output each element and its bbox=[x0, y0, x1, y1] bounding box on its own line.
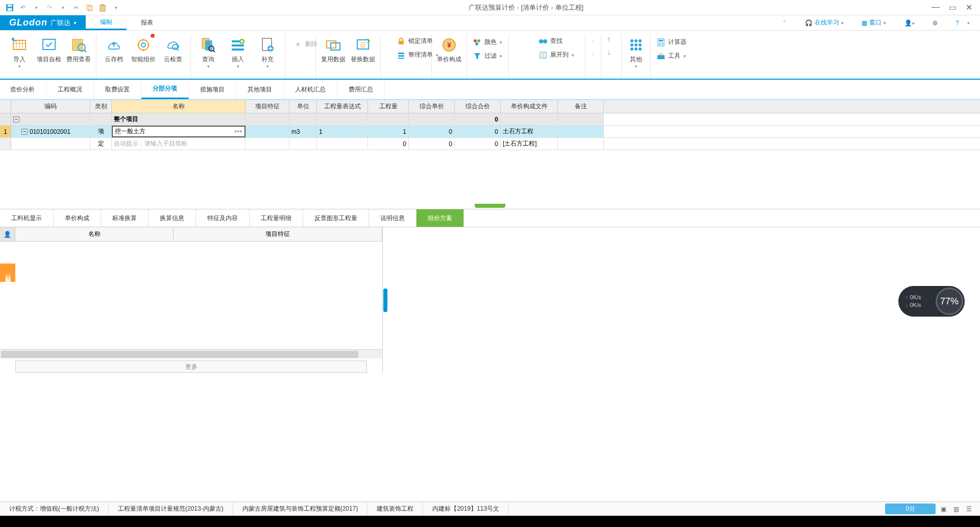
smartprice-button[interactable]: 智能组价 bbox=[129, 35, 158, 64]
col-totalprice[interactable]: 综合合价 bbox=[455, 100, 501, 113]
more-button[interactable]: 更多 bbox=[15, 361, 367, 373]
cell-name-editing[interactable]: 挖一般土方••• bbox=[112, 126, 246, 137]
tab-measure-items[interactable]: 措施项目 bbox=[189, 80, 236, 99]
splitter-handle[interactable] bbox=[475, 204, 505, 208]
supplement-button[interactable]: 补充▾ bbox=[253, 35, 282, 70]
cell-unitprice[interactable]: 0 bbox=[409, 126, 455, 137]
status-score[interactable]: 0分 bbox=[885, 504, 936, 514]
status-spec[interactable]: 工程量清单项目计量规范(2013-内蒙古) bbox=[109, 502, 233, 516]
ltab-convert[interactable]: 换算信息 bbox=[149, 209, 196, 227]
col-quantity[interactable]: 工程量 bbox=[368, 100, 409, 113]
ellipsis-button[interactable]: ••• bbox=[234, 128, 242, 135]
menu-report[interactable]: 报表 bbox=[127, 15, 167, 30]
arrow-down-button[interactable]: ↓ bbox=[589, 49, 598, 58]
copydata-button[interactable]: 复用数据 bbox=[319, 35, 348, 64]
tab-cost-analysis[interactable]: 造价分析 bbox=[0, 80, 46, 99]
brand-dropdown[interactable]: ▾ bbox=[74, 20, 77, 26]
selfcheck-button[interactable]: 项目自检 bbox=[35, 35, 63, 70]
lower-col-name[interactable]: 名称 bbox=[15, 227, 174, 241]
collapse-icon[interactable]: ⌃ bbox=[782, 19, 787, 27]
find-button[interactable]: 查找 bbox=[536, 36, 577, 46]
lower-col-person-icon[interactable]: 👤 bbox=[0, 227, 15, 241]
tab-other-items[interactable]: 其他项目 bbox=[236, 80, 284, 99]
col-expression[interactable]: 工程量表达式 bbox=[317, 100, 368, 113]
speed-widget[interactable]: 0K/s 0K/s 77% bbox=[898, 286, 965, 317]
replacedata-button[interactable]: 替换数据 bbox=[349, 35, 377, 64]
lock-list-button[interactable]: 锁定清单 bbox=[394, 36, 442, 46]
tab-rmm-summary[interactable]: 人材机汇总 bbox=[284, 80, 337, 99]
cut-icon[interactable]: ✂ bbox=[71, 3, 81, 12]
save-icon[interactable] bbox=[5, 3, 14, 12]
ltab-detail[interactable]: 工程量明细 bbox=[250, 209, 303, 227]
grid-row-root[interactable]: − 整个项目 0 bbox=[0, 113, 980, 126]
col-name[interactable]: 名称 bbox=[112, 100, 246, 113]
status-icon-1[interactable]: ▣ bbox=[941, 506, 946, 513]
collapse-toggle[interactable]: − bbox=[13, 116, 19, 123]
cell-unit[interactable]: m3 bbox=[289, 126, 317, 137]
tab-fee-settings[interactable]: 取费设置 bbox=[94, 80, 141, 99]
ltab-unitcomp[interactable]: 单价构成 bbox=[54, 209, 101, 227]
undo-dropdown[interactable]: ▾ bbox=[32, 3, 41, 12]
filter-button[interactable]: 过滤▾ bbox=[470, 51, 505, 61]
status-doc[interactable]: 内建标【2019】113号文 bbox=[423, 502, 509, 516]
status-icon-2[interactable]: ▥ bbox=[953, 506, 959, 513]
lower-right-pane[interactable] bbox=[388, 227, 980, 373]
cell-category[interactable]: 定 bbox=[90, 138, 112, 150]
vsplitter-handle[interactable] bbox=[383, 289, 387, 312]
minimize-button[interactable]: — bbox=[932, 3, 940, 12]
lower-col-feature[interactable]: 项目特征 bbox=[174, 227, 382, 241]
menu-compile[interactable]: 编制 bbox=[86, 15, 127, 30]
scrollbar-thumb[interactable] bbox=[1, 351, 358, 358]
redo-icon[interactable]: ↷ bbox=[45, 3, 54, 12]
tools-button[interactable]: 工具▾ bbox=[654, 51, 690, 61]
cell-root-totalprice[interactable]: 0 bbox=[455, 113, 501, 125]
collapse-toggle[interactable]: − bbox=[21, 129, 28, 135]
insert-button[interactable]: 插入▾ bbox=[224, 35, 252, 70]
cloudsave-button[interactable]: 云存档 bbox=[100, 35, 128, 64]
lower-grid-body[interactable] bbox=[15, 242, 382, 349]
col-unit[interactable]: 单位 bbox=[289, 100, 317, 113]
horizontal-scrollbar[interactable] bbox=[0, 349, 382, 358]
redo-dropdown[interactable]: ▾ bbox=[58, 3, 67, 12]
horizontal-splitter[interactable] bbox=[0, 204, 980, 209]
cell-quantity[interactable]: 0 bbox=[368, 138, 409, 150]
restore-button[interactable]: ▭ bbox=[949, 3, 957, 12]
tidy-list-button[interactable]: 整理清单 ▾ bbox=[394, 50, 442, 60]
cell-feature[interactable] bbox=[246, 126, 289, 137]
paste-dropdown[interactable]: ▾ bbox=[111, 3, 120, 12]
col-unitprice[interactable]: 综合单价 bbox=[409, 100, 455, 113]
cell-name-placeholder[interactable]: 自动提示：请输入子目简称 bbox=[112, 138, 246, 150]
query-button[interactable]: 查询▾ bbox=[194, 35, 223, 70]
brand-logo[interactable]: GLodon 广联达 ▾ bbox=[0, 15, 86, 30]
cell-pricefile[interactable]: 土石方工程 bbox=[501, 126, 558, 137]
cell-remark[interactable] bbox=[558, 126, 604, 137]
cell-rownum[interactable]: 1 bbox=[0, 126, 11, 137]
cell-expression[interactable]: 1 bbox=[317, 126, 368, 137]
cell-root-name[interactable]: 整个项目 bbox=[112, 113, 246, 125]
status-tax[interactable]: 计税方式：增值税(一般计税方法) bbox=[0, 502, 109, 516]
copy-icon[interactable] bbox=[85, 3, 94, 12]
system-icon[interactable]: ⊜ bbox=[933, 19, 938, 27]
calculator-button[interactable]: 计算器 bbox=[654, 37, 690, 47]
cell-quantity[interactable]: 1 bbox=[368, 126, 409, 137]
import-button[interactable]: 导入▾ bbox=[5, 35, 34, 70]
arrow-bottom-button[interactable]: ⤓ bbox=[603, 48, 615, 57]
side-tab-industry-data[interactable]: 行业数据 bbox=[0, 264, 15, 282]
arrow-top-button[interactable]: ⤒ bbox=[603, 36, 615, 45]
col-rownum[interactable] bbox=[0, 100, 11, 113]
tab-fee-summary[interactable]: 费用汇总 bbox=[337, 80, 385, 99]
grid-row-1[interactable]: 1 − 010101002001 项 挖一般土方••• m3 1 1 0 0 土… bbox=[0, 126, 980, 138]
cell-pricefile[interactable]: [土石方工程] bbox=[501, 138, 558, 150]
col-category[interactable]: 类别 bbox=[90, 100, 112, 113]
ltab-desc[interactable]: 说明信息 bbox=[369, 209, 416, 227]
cell-category[interactable]: 项 bbox=[90, 126, 112, 137]
expand-button[interactable]: 展开到▾ bbox=[536, 50, 577, 60]
col-feature[interactable]: 项目特征 bbox=[246, 100, 289, 113]
feeview-button[interactable]: 费用查看 bbox=[64, 35, 93, 70]
other-button[interactable]: 其他▾ bbox=[625, 35, 647, 70]
col-code[interactable]: 编码 bbox=[11, 100, 90, 113]
window-menu[interactable]: ▦ 窗口 ▾ bbox=[862, 18, 886, 27]
ltab-feature[interactable]: 特征及内容 bbox=[196, 209, 250, 227]
ltab-scheme[interactable]: 组价方案 bbox=[416, 209, 464, 227]
cell-code[interactable]: 010101002001 bbox=[30, 128, 70, 135]
